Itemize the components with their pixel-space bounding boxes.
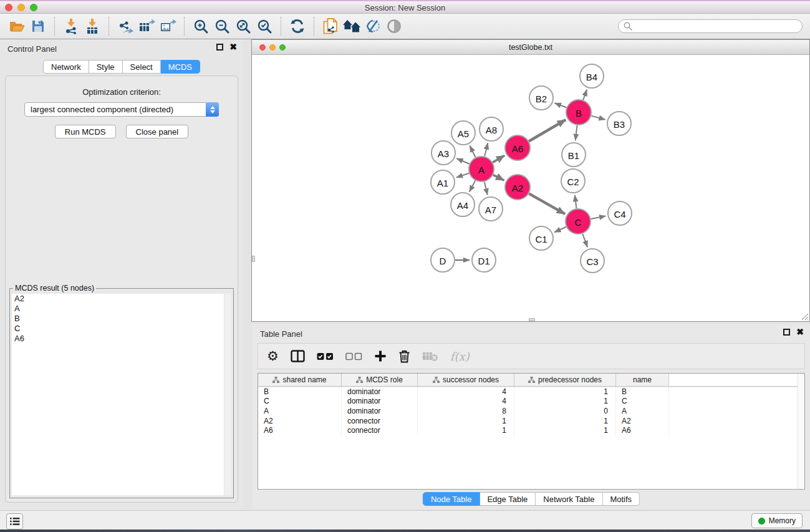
cell-shared-name[interactable]: A2: [258, 416, 342, 426]
tab-edge-table[interactable]: Edge Table: [480, 492, 536, 506]
run-mcds-button[interactable]: Run MCDS: [55, 125, 116, 138]
table-row[interactable]: Cdominator41C: [258, 397, 804, 407]
edge-A2-C[interactable]: [529, 193, 565, 214]
node-C3[interactable]: C3: [581, 249, 604, 273]
cell-predecessor-nodes[interactable]: 1: [514, 416, 616, 426]
edge-A-A6[interactable]: [493, 155, 504, 162]
node-A8[interactable]: A8: [480, 117, 503, 141]
cell-mcds-role[interactable]: connector: [342, 416, 418, 426]
open-session-icon[interactable]: [6, 16, 27, 37]
mcds-result-item[interactable]: A6: [12, 334, 231, 344]
node-A6[interactable]: A6: [505, 135, 530, 160]
split-table-icon[interactable]: [291, 350, 305, 362]
edge-C-C4[interactable]: [591, 216, 606, 219]
node-D1[interactable]: D1: [472, 248, 496, 272]
search-input[interactable]: [632, 22, 797, 31]
task-history-button[interactable]: [6, 513, 23, 530]
column-header-successor-nodes[interactable]: successor nodes: [418, 374, 514, 386]
clear-selection-icon[interactable]: [345, 352, 362, 360]
node-B1[interactable]: B1: [562, 143, 586, 167]
table-scrollbar[interactable]: [798, 374, 804, 489]
tab-select[interactable]: Select: [123, 60, 161, 74]
edge-A-A5[interactable]: [470, 146, 475, 158]
close-table-panel-icon[interactable]: ✖: [796, 329, 804, 336]
edge-B-B2[interactable]: [554, 103, 566, 107]
cell-name[interactable]: A: [616, 406, 669, 416]
edge-A-A7[interactable]: [485, 181, 488, 195]
node-B4[interactable]: B4: [580, 64, 604, 88]
bottom-resize-handle[interactable]: [529, 318, 535, 321]
edge-B-B3[interactable]: [591, 116, 605, 120]
mcds-result-item[interactable]: B: [12, 314, 231, 324]
network-window-titlebar[interactable]: testGlobe.txt: [252, 40, 809, 55]
edge-A-A3[interactable]: [456, 158, 470, 164]
home-icon[interactable]: [341, 16, 362, 37]
edge-C-C3[interactable]: [582, 234, 587, 248]
table-row[interactable]: Bdominator41B: [258, 387, 804, 397]
node-C[interactable]: C: [566, 209, 591, 234]
cell-name[interactable]: A2: [616, 416, 669, 426]
node-B3[interactable]: B3: [607, 112, 631, 135]
cell-predecessor-nodes[interactable]: 1: [514, 397, 616, 407]
table-row[interactable]: A2connector11A2: [258, 416, 804, 426]
cell-mcds-role[interactable]: dominator: [342, 406, 418, 416]
cell-successor-nodes[interactable]: 1: [418, 425, 514, 435]
tab-node-table[interactable]: Node Table: [423, 492, 480, 506]
node-A2[interactable]: A2: [505, 175, 530, 200]
resize-grip-icon[interactable]: [800, 312, 809, 321]
mcds-result-item[interactable]: A2: [12, 294, 231, 304]
zoom-out-icon[interactable]: [211, 16, 233, 37]
save-session-icon[interactable]: [27, 16, 49, 37]
bird-eye-view-icon[interactable]: [383, 16, 405, 37]
node-B2[interactable]: B2: [529, 86, 553, 110]
column-header-predecessor-nodes[interactable]: predecessor nodes: [514, 374, 616, 386]
select-all-icon[interactable]: [317, 352, 334, 360]
cell-successor-nodes[interactable]: 4: [418, 397, 514, 407]
close-panel-button[interactable]: Close panel: [126, 125, 189, 138]
node-A7[interactable]: A7: [479, 197, 503, 221]
tab-network-table[interactable]: Network Table: [536, 492, 602, 506]
close-panel-icon[interactable]: ✖: [229, 44, 237, 51]
edge-C-C1[interactable]: [554, 227, 566, 233]
zoom-in-icon[interactable]: [190, 16, 211, 37]
edge-C-C2[interactable]: [575, 195, 577, 208]
column-header-mcds-role[interactable]: MCDS role: [342, 374, 418, 386]
export-table-icon[interactable]: [136, 16, 157, 37]
cell-successor-nodes[interactable]: 8: [418, 406, 514, 416]
cell-name[interactable]: C: [616, 397, 669, 407]
edge-A-A8[interactable]: [485, 143, 488, 156]
left-resize-handle[interactable]: [252, 256, 255, 262]
network-canvas[interactable]: B4B2BB3A8A5A6A3B1AC2A1A2A4A7C4CC1C3DD1: [252, 55, 809, 321]
tab-mcds[interactable]: MCDS: [161, 60, 200, 74]
cell-mcds-role[interactable]: connector: [342, 425, 418, 435]
export-image-icon[interactable]: [157, 16, 178, 37]
node-C2[interactable]: C2: [561, 169, 585, 193]
node-A5[interactable]: A5: [451, 121, 475, 145]
search-field[interactable]: [618, 19, 803, 33]
tab-motifs[interactable]: Motifs: [602, 492, 640, 506]
cell-shared-name[interactable]: A6: [258, 425, 342, 435]
cell-shared-name[interactable]: B: [258, 387, 342, 397]
add-column-icon[interactable]: [374, 350, 387, 362]
node-A3[interactable]: A3: [432, 141, 455, 165]
cell-successor-nodes[interactable]: 1: [418, 416, 514, 426]
float-table-panel-icon[interactable]: [783, 329, 790, 336]
tab-network[interactable]: Network: [43, 60, 89, 74]
table-row[interactable]: Adominator80A: [258, 406, 804, 416]
node-C4[interactable]: C4: [608, 201, 632, 225]
cell-predecessor-nodes[interactable]: 1: [514, 387, 616, 397]
edge-B-B4[interactable]: [583, 90, 587, 100]
edge-A6-B[interactable]: [529, 120, 566, 141]
cell-successor-nodes[interactable]: 4: [418, 387, 514, 397]
table-settings-gear-icon[interactable]: ⚙: [267, 350, 279, 362]
column-header-name[interactable]: name: [616, 374, 669, 386]
node-A[interactable]: A: [469, 157, 494, 181]
mcds-result-item[interactable]: C: [12, 324, 231, 334]
cell-mcds-role[interactable]: dominator: [342, 397, 418, 407]
zoom-fit-icon[interactable]: [233, 16, 254, 37]
node-B[interactable]: B: [566, 100, 591, 125]
column-header-shared-name[interactable]: shared name: [258, 374, 342, 386]
show-hide-details-icon[interactable]: [362, 16, 383, 37]
edge-A-A1[interactable]: [456, 173, 469, 178]
export-network-icon[interactable]: [115, 16, 136, 37]
